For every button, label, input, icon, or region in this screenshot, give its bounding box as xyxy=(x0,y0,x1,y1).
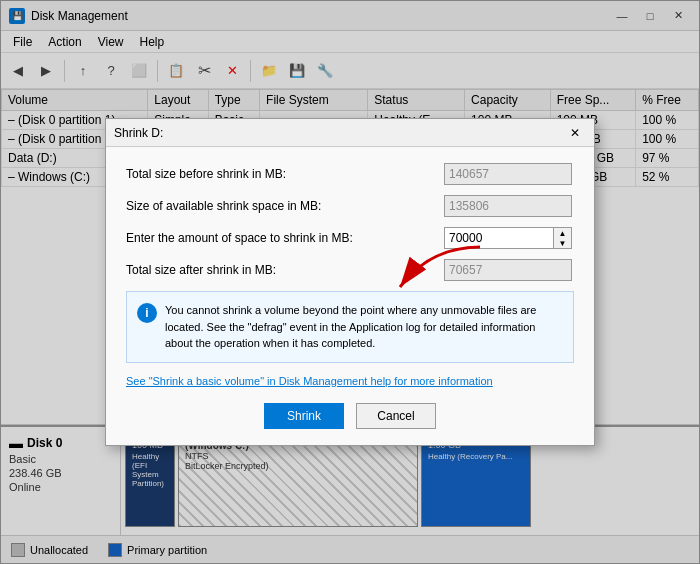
dialog-title: Shrink D: xyxy=(114,126,564,140)
shrink-dialog: Shrink D: ✕ Total size before shrink in … xyxy=(105,118,595,446)
cancel-button[interactable]: Cancel xyxy=(356,403,436,429)
field-row-total-after: Total size after shrink in MB: xyxy=(126,259,574,281)
dialog-body: Total size before shrink in MB: Size of … xyxy=(106,147,594,445)
info-text: You cannot shrink a volume beyond the po… xyxy=(165,302,563,352)
field-input-wrap-total-after xyxy=(444,259,574,281)
field-input-total-after[interactable] xyxy=(444,259,572,281)
field-input-wrap-total-before xyxy=(444,163,574,185)
field-input-wrap-shrink-amount: ▲ ▼ xyxy=(444,227,574,249)
field-input-shrink-amount[interactable] xyxy=(444,227,554,249)
field-input-wrap-available xyxy=(444,195,574,217)
spin-up-button[interactable]: ▲ xyxy=(554,228,571,238)
shrink-button[interactable]: Shrink xyxy=(264,403,344,429)
field-label-total-after: Total size after shrink in MB: xyxy=(126,263,444,277)
dialog-overlay: Shrink D: ✕ Total size before shrink in … xyxy=(0,0,700,564)
field-row-shrink-amount: Enter the amount of space to shrink in M… xyxy=(126,227,574,249)
info-icon: i xyxy=(137,303,157,323)
spin-down-button[interactable]: ▼ xyxy=(554,238,571,248)
field-label-available: Size of available shrink space in MB: xyxy=(126,199,444,213)
field-input-available[interactable] xyxy=(444,195,572,217)
spin-buttons: ▲ ▼ xyxy=(554,227,572,249)
field-row-total-before: Total size before shrink in MB: xyxy=(126,163,574,185)
field-input-total-before[interactable] xyxy=(444,163,572,185)
field-row-available: Size of available shrink space in MB: xyxy=(126,195,574,217)
help-link[interactable]: See "Shrink a basic volume" in Disk Mana… xyxy=(126,375,574,387)
info-box: i You cannot shrink a volume beyond the … xyxy=(126,291,574,363)
dialog-title-bar: Shrink D: ✕ xyxy=(106,119,594,147)
field-label-total-before: Total size before shrink in MB: xyxy=(126,167,444,181)
dialog-buttons: Shrink Cancel xyxy=(126,403,574,433)
dialog-close-button[interactable]: ✕ xyxy=(564,123,586,143)
field-label-shrink-amount: Enter the amount of space to shrink in M… xyxy=(126,231,444,245)
